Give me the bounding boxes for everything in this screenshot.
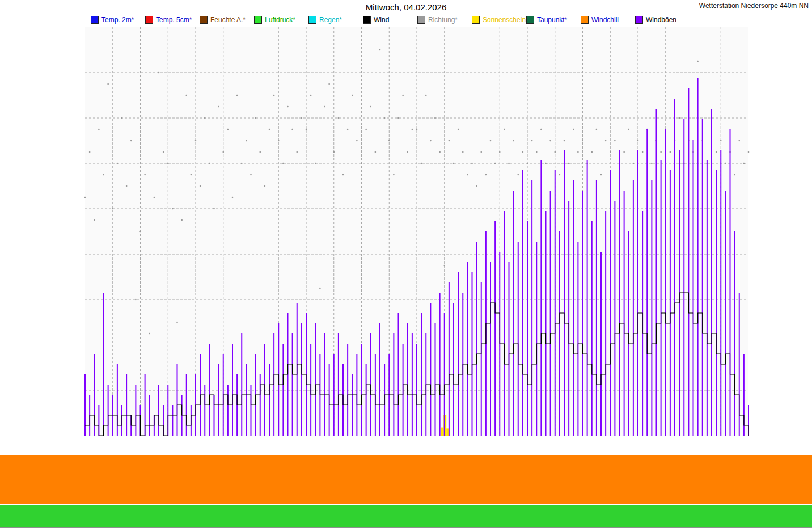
luftdruck-swatch-icon <box>254 16 262 24</box>
legend-item-sonnenschein: Sonnenschein <box>472 15 526 24</box>
legend-item-taupunkt: Taupunkt* <box>526 15 567 24</box>
legend-item-regen: Regen* <box>308 15 342 24</box>
legend-item-temp-5cm: Temp. 5cm* <box>145 15 192 24</box>
sonnenschein-swatch-icon <box>472 16 480 24</box>
legend-label: Feuchte A.* <box>210 16 246 24</box>
chart-legend: Temp. 2m*Temp. 5cm*Feuchte A.*Luftdruck*… <box>0 15 812 24</box>
summary-table <box>0 455 812 504</box>
legend-item-wind: Wind <box>363 15 389 24</box>
feuchte-a-swatch-icon <box>200 16 208 24</box>
legend-item-luftdruck: Luftdruck* <box>254 15 295 24</box>
legend-item-windchill: Windchill <box>581 15 619 24</box>
weather-chart <box>0 0 812 457</box>
legend-label: Temp. 5cm* <box>156 16 192 24</box>
legend-label: Taupunkt* <box>537 16 567 24</box>
wind-swatch-icon <box>363 16 371 24</box>
legend-label: Regen* <box>319 16 342 24</box>
legend-label: Luftdruck* <box>265 16 295 24</box>
richtung-swatch-icon <box>417 16 425 24</box>
legend-label: Sonnenschein <box>483 16 526 24</box>
legend-item-richtung: Richtung* <box>417 15 458 24</box>
status-bar <box>0 505 812 528</box>
legend-item-feuchte-a: Feuchte A.* <box>200 15 246 24</box>
regen-swatch-icon <box>308 16 316 24</box>
taupunkt-swatch-icon <box>526 16 534 24</box>
legend-label: Windchill <box>591 16 619 24</box>
legend-label: Temp. 2m* <box>102 16 134 24</box>
windb-en-swatch-icon <box>635 16 643 24</box>
legend-item-temp-2m: Temp. 2m* <box>91 15 134 24</box>
legend-label: Richtung* <box>428 16 458 24</box>
temp-2m-swatch-icon <box>91 16 99 24</box>
legend-label: Windböen <box>646 16 676 24</box>
temp-5cm-swatch-icon <box>145 16 153 24</box>
weather-app-window: Mittwoch, 04.02.2026 Wetterstation Niede… <box>0 0 812 528</box>
windchill-swatch-icon <box>581 16 589 24</box>
legend-item-windb-en: Windböen <box>635 15 676 24</box>
legend-label: Wind <box>374 16 389 24</box>
